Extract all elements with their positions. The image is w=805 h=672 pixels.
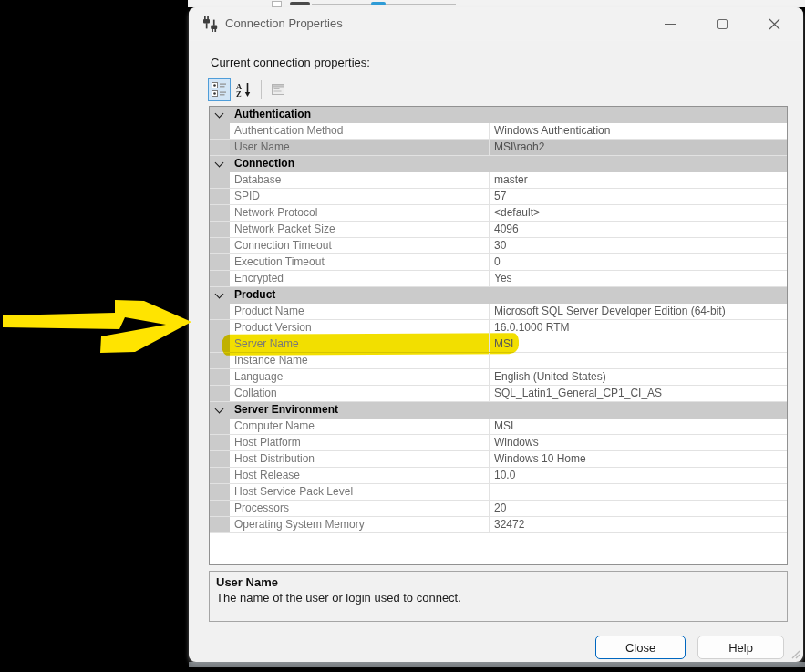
property-label: Encrypted <box>230 271 490 286</box>
property-row-processors[interactable]: Processors20 <box>210 501 787 517</box>
screenshot-canvas: { "window": { "title": "Connection Prope… <box>0 0 805 672</box>
property-pages-button <box>267 78 290 101</box>
yellow-arrow-annotation <box>0 296 196 357</box>
property-row-product-name[interactable]: Product NameMicrosoft SQL Server Develop… <box>210 304 787 320</box>
row-indent-margin <box>210 140 230 155</box>
property-value: Windows 10 Home <box>490 451 787 467</box>
category-label: Connection <box>234 156 294 171</box>
property-value: 30 <box>490 238 787 253</box>
property-value: Windows <box>490 435 787 450</box>
row-indent-margin <box>210 205 230 221</box>
property-row-host-service-pack-level[interactable]: Host Service Pack Level <box>210 484 787 501</box>
property-row-network-protocol[interactable]: Network Protocol<default> <box>210 205 787 222</box>
category-row-authentication[interactable]: Authentication <box>210 107 787 123</box>
description-text: The name of the user or login used to co… <box>216 591 461 605</box>
property-value: <default> <box>490 205 787 221</box>
property-label: User Name <box>230 140 490 155</box>
property-label: Instance Name <box>230 353 490 368</box>
property-label: Host Platform <box>230 435 490 450</box>
yellow-arrow-shape <box>3 300 191 353</box>
background-window-fragment <box>371 2 386 5</box>
property-label: Database <box>230 172 490 188</box>
property-value: 0 <box>490 254 787 270</box>
property-row-host-platform[interactable]: Host PlatformWindows <box>210 435 787 451</box>
property-label: SPID <box>230 189 490 204</box>
property-row-execution-timeout[interactable]: Execution Timeout0 <box>210 254 787 271</box>
chevron-down-icon <box>215 290 224 299</box>
close-button[interactable]: Close <box>595 636 686 659</box>
category-label: Server Environment <box>234 402 338 418</box>
property-row-spid[interactable]: SPID57 <box>210 189 787 205</box>
property-label: Language <box>230 369 490 385</box>
property-label: Authentication Method <box>230 123 490 139</box>
property-row-authentication-method[interactable]: Authentication MethodWindows Authenticat… <box>210 123 787 140</box>
property-value: 10.0 <box>490 468 787 483</box>
property-label: Host Distribution <box>230 451 490 467</box>
connection-properties-dialog: Connection Properties Current connection… <box>189 7 803 662</box>
row-indent-margin <box>210 222 230 237</box>
row-indent-margin <box>210 238 230 253</box>
dialog-titlebar[interactable]: Connection Properties <box>189 7 803 41</box>
property-label: Host Service Pack Level <box>230 484 490 500</box>
property-row-computer-name[interactable]: Computer NameMSI <box>210 419 787 435</box>
property-row-encrypted[interactable]: EncryptedYes <box>210 271 787 287</box>
category-row-connection[interactable]: Connection <box>210 156 787 172</box>
row-indent-margin <box>210 451 230 467</box>
dialog-title: Connection Properties <box>225 16 343 30</box>
property-label: Execution Timeout <box>230 254 490 270</box>
toolbar-separator <box>261 80 262 99</box>
close-icon <box>769 18 780 30</box>
property-value: MSI <box>490 419 787 434</box>
property-label: Host Release <box>230 468 490 483</box>
help-button[interactable]: Help <box>697 636 784 659</box>
alphabetical-sort-button[interactable]: A Z <box>232 78 255 101</box>
property-row-host-distribution[interactable]: Host DistributionWindows 10 Home <box>210 451 787 468</box>
property-row-connection-timeout[interactable]: Connection Timeout30 <box>210 238 787 254</box>
property-row-collation[interactable]: CollationSQL_Latin1_General_CP1_CI_AS <box>210 386 787 402</box>
svg-text:Z: Z <box>236 89 242 98</box>
property-label: Connection Timeout <box>230 238 490 253</box>
property-row-server-name[interactable]: Server NameMSI <box>210 336 787 353</box>
categorized-view-button[interactable] <box>208 78 231 101</box>
background-window-fragment <box>290 2 310 5</box>
property-value: MSI <box>490 336 787 352</box>
property-value: MSI\raoh2 <box>490 140 787 155</box>
alphabetical-sort-icon: A Z <box>236 82 252 98</box>
connection-plug-icon <box>202 16 218 32</box>
property-row-operating-system-memory[interactable]: Operating System Memory32472 <box>210 517 787 533</box>
row-indent-margin <box>210 172 230 188</box>
row-indent-margin <box>210 468 230 483</box>
resize-grip[interactable] <box>790 648 800 659</box>
property-row-product-version[interactable]: Product Version16.0.1000 RTM <box>210 320 787 336</box>
property-row-instance-name[interactable]: Instance Name <box>210 353 787 369</box>
property-row-database[interactable]: Databasemaster <box>210 172 787 189</box>
row-indent-margin <box>210 517 230 532</box>
property-label: Product Name <box>230 304 490 319</box>
category-row-product[interactable]: Product <box>210 287 787 304</box>
category-row-server-environment[interactable]: Server Environment <box>210 402 787 419</box>
maximize-button[interactable] <box>702 7 744 41</box>
row-indent-margin <box>210 304 230 319</box>
property-label: Server Name <box>230 336 490 352</box>
background-window-sliver <box>188 0 805 7</box>
property-value: SQL_Latin1_General_CP1_CI_AS <box>490 386 787 401</box>
property-row-host-release[interactable]: Host Release10.0 <box>210 468 787 484</box>
property-row-user-name[interactable]: User NameMSI\raoh2 <box>210 140 787 156</box>
row-indent-margin <box>210 254 230 270</box>
property-label: Network Protocol <box>230 205 490 221</box>
property-value: 16.0.1000 RTM <box>490 320 787 336</box>
minimize-button[interactable] <box>649 7 691 41</box>
property-value: 4096 <box>490 222 787 237</box>
property-value: English (United States) <box>490 369 787 385</box>
background-window-fragment <box>272 1 282 7</box>
row-indent-margin <box>210 271 230 286</box>
property-label: Product Version <box>230 320 490 336</box>
current-connection-properties-label: Current connection properties: <box>211 56 370 69</box>
chevron-down-icon <box>215 109 224 119</box>
property-row-language[interactable]: LanguageEnglish (United States) <box>210 369 787 386</box>
categorized-view-icon <box>212 82 227 98</box>
property-value <box>490 484 787 500</box>
close-window-button[interactable] <box>754 7 796 41</box>
property-row-network-packet-size[interactable]: Network Packet Size4096 <box>210 222 787 238</box>
row-indent-margin <box>210 386 230 401</box>
